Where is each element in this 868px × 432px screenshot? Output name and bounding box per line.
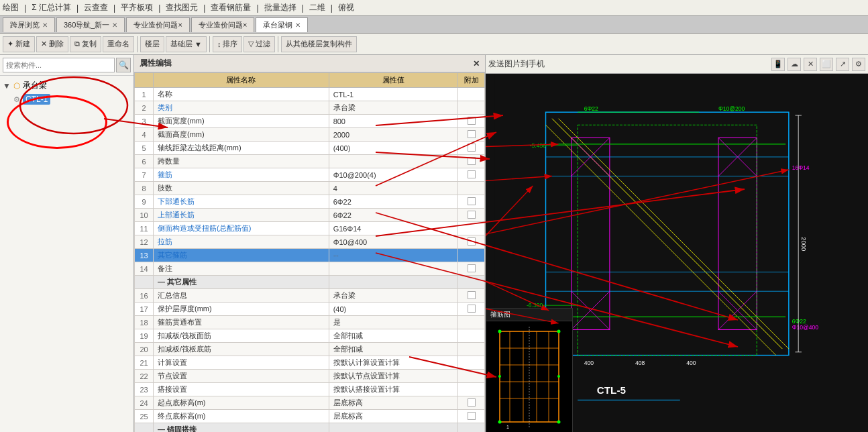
prop-value-cell[interactable]: (40) xyxy=(329,303,457,316)
prop-value-cell[interactable]: 按默认计算设置计算 xyxy=(329,356,457,370)
cad-export-icon[interactable]: ↗ xyxy=(836,58,849,71)
prop-value-cell[interactable]: 层底标高 xyxy=(329,410,457,423)
prop-value-cell[interactable]: 按默认搭接设置计算 xyxy=(329,383,457,396)
table-row[interactable]: 19扣减板/筏板面筋全部扣减 xyxy=(135,329,485,343)
prop-checkbox[interactable] xyxy=(468,157,476,165)
table-row[interactable]: 24起点底标高(m)层底标高 xyxy=(135,396,485,410)
menu-2d[interactable]: 二维 xyxy=(309,2,325,13)
prop-value-cell[interactable]: 4 xyxy=(329,182,457,195)
prop-value-cell[interactable]: 全部扣减 xyxy=(329,329,457,343)
prop-value-cell[interactable] xyxy=(329,423,457,433)
prop-value-cell[interactable]: ··· xyxy=(329,249,457,262)
prop-value-cell[interactable]: G16Φ14 xyxy=(329,222,457,235)
prop-name-link[interactable]: 下部通长筋 xyxy=(158,197,195,205)
menu-align[interactable]: 平齐板项 xyxy=(121,2,153,13)
delete-button[interactable]: ✕ 删除 xyxy=(36,36,68,52)
tab-price2[interactable]: 专业造价问题× xyxy=(191,17,254,32)
prop-value-cell[interactable] xyxy=(329,276,457,289)
table-row[interactable]: 12拉筋Φ10@400 xyxy=(135,235,485,249)
prop-checkbox[interactable] xyxy=(468,264,476,272)
table-row[interactable]: 17保护层厚度(mm)(40) xyxy=(135,303,485,316)
table-row[interactable]: 18箍筋贯通布置是 xyxy=(135,316,485,329)
prop-checkbox[interactable] xyxy=(468,197,476,205)
tab-price1[interactable]: 专业造价问题× xyxy=(126,17,189,32)
table-row[interactable]: 22节点设置按默认节点设置计算 xyxy=(135,370,485,383)
prop-value-cell[interactable]: (400) xyxy=(329,142,457,155)
table-row[interactable]: 4截面高度(mm)2000 xyxy=(135,128,485,142)
table-row[interactable]: 11侧面构造或受扭筋(总配筋值)G16Φ14 xyxy=(135,222,485,235)
prop-checkbox[interactable] xyxy=(468,130,476,138)
table-row[interactable]: 14备注 xyxy=(135,262,485,276)
tab-beam[interactable]: 承台梁钢 ✕ xyxy=(256,17,308,32)
prop-checkbox[interactable] xyxy=(468,305,476,313)
prop-name-link[interactable]: 其它箍筋 xyxy=(158,251,187,259)
table-row[interactable]: 6跨数量 xyxy=(135,155,485,168)
prop-value-cell[interactable]: 承台梁 xyxy=(329,289,457,303)
tab-crossscreen[interactable]: 跨屏浏览 ✕ xyxy=(3,17,55,32)
prop-value-cell[interactable] xyxy=(329,155,457,168)
menu-batch[interactable]: 批量选择 xyxy=(264,2,296,13)
menu-find[interactable]: 查找图元 xyxy=(166,2,198,13)
prop-value-cell[interactable]: Φ10@200(4) xyxy=(329,168,457,182)
tab-close-360nav[interactable]: ✕ xyxy=(112,21,117,29)
menu-topview[interactable]: 俯视 xyxy=(338,2,354,13)
search-input[interactable] xyxy=(3,58,115,72)
prop-value-cell[interactable]: Φ10@400 xyxy=(329,235,457,249)
tab-close-crossscreen[interactable]: ✕ xyxy=(42,21,48,29)
table-row[interactable]: 16汇总信息承台梁 xyxy=(135,289,485,303)
prop-checkbox[interactable] xyxy=(468,398,476,407)
prop-checkbox[interactable] xyxy=(468,117,476,125)
prop-value-cell[interactable]: 是 xyxy=(329,316,457,329)
prop-value-cell[interactable]: 承台梁 xyxy=(329,101,457,115)
prop-name-link[interactable]: 拉筋 xyxy=(158,237,172,246)
cad-close-icon[interactable]: ✕ xyxy=(804,58,817,71)
prop-checkbox[interactable] xyxy=(468,144,476,152)
table-row[interactable]: 1名称CTL-1 xyxy=(135,88,485,101)
prop-close-icon[interactable]: ✕ xyxy=(473,59,480,68)
search-button[interactable]: 🔍 xyxy=(116,58,131,72)
prop-checkbox[interactable] xyxy=(468,170,476,178)
table-row[interactable]: 3截面宽度(mm)800 xyxy=(135,115,485,128)
table-row[interactable]: 2类别承台梁 xyxy=(135,101,485,115)
prop-checkbox[interactable] xyxy=(468,237,476,246)
menu-calc[interactable]: Σ 汇总计算 xyxy=(32,2,71,13)
table-row[interactable]: 25终点底标高(m)层底标高 xyxy=(135,410,485,423)
menu-cloud[interactable]: 云查查 xyxy=(84,2,108,13)
tab-360nav[interactable]: 360导航_新一 ✕ xyxy=(56,17,125,32)
rename-button[interactable]: 重命名 xyxy=(103,36,134,52)
more-button[interactable]: ··· xyxy=(333,252,339,260)
prop-name-link[interactable]: 侧面构造或受扭筋(总配筋值) xyxy=(158,224,251,232)
menu-rebar[interactable]: 查看钢筋量 xyxy=(211,2,251,13)
table-row[interactable]: 5轴线距梁左边线距离(mm)(400) xyxy=(135,142,485,155)
table-row[interactable]: 9下部通长筋6Φ22 xyxy=(135,195,485,209)
table-row[interactable]: 21计算设置按默认计算设置计算 xyxy=(135,356,485,370)
table-row[interactable]: — 其它属性 xyxy=(135,276,485,289)
prop-name-link[interactable]: 上部通长筋 xyxy=(158,211,195,219)
table-row[interactable]: 23搭接设置按默认搭接设置计算 xyxy=(135,383,485,396)
new-button[interactable]: ✦ 新建 xyxy=(3,36,35,52)
prop-value-cell[interactable]: 800 xyxy=(329,115,457,128)
cad-maximize-icon[interactable]: ⬜ xyxy=(820,58,833,71)
table-row[interactable]: 7箍筋Φ10@200(4) xyxy=(135,168,485,182)
prop-checkbox[interactable] xyxy=(468,291,476,299)
filter-button[interactable]: ▽ 过滤 xyxy=(243,36,275,52)
copy-other-button[interactable]: 从其他楼层复制构件 xyxy=(281,36,357,52)
prop-value-cell[interactable] xyxy=(329,262,457,276)
layer-button[interactable]: 基础层 ▼ xyxy=(166,36,207,52)
table-row[interactable]: 10上部通长筋6Φ22 xyxy=(135,209,485,222)
prop-value-cell[interactable]: 6Φ22 xyxy=(329,209,457,222)
prop-value-cell[interactable]: 层底标高 xyxy=(329,396,457,410)
cad-settings-icon[interactable]: ⚙ xyxy=(852,58,865,71)
sort-button[interactable]: ↕ 排序 xyxy=(213,36,243,52)
tab-close-beam[interactable]: ✕ xyxy=(295,21,301,29)
copy-button[interactable]: ⧉ 复制 xyxy=(70,36,101,52)
prop-value-cell[interactable]: 全部扣减 xyxy=(329,343,457,356)
cad-cloud-icon[interactable]: ☁ xyxy=(788,58,801,71)
prop-value-cell[interactable]: CTL-1 xyxy=(329,88,457,101)
tree-node-ctl1[interactable]: ⚙ CTL-1 xyxy=(3,93,131,106)
floor-button[interactable]: 楼层 xyxy=(140,36,164,52)
prop-name-link[interactable]: 箍筋 xyxy=(158,170,172,178)
prop-checkbox[interactable] xyxy=(468,211,476,219)
table-row[interactable]: 20扣减板/筏板底筋全部扣减 xyxy=(135,343,485,356)
prop-value-cell[interactable]: 6Φ22 xyxy=(329,195,457,209)
